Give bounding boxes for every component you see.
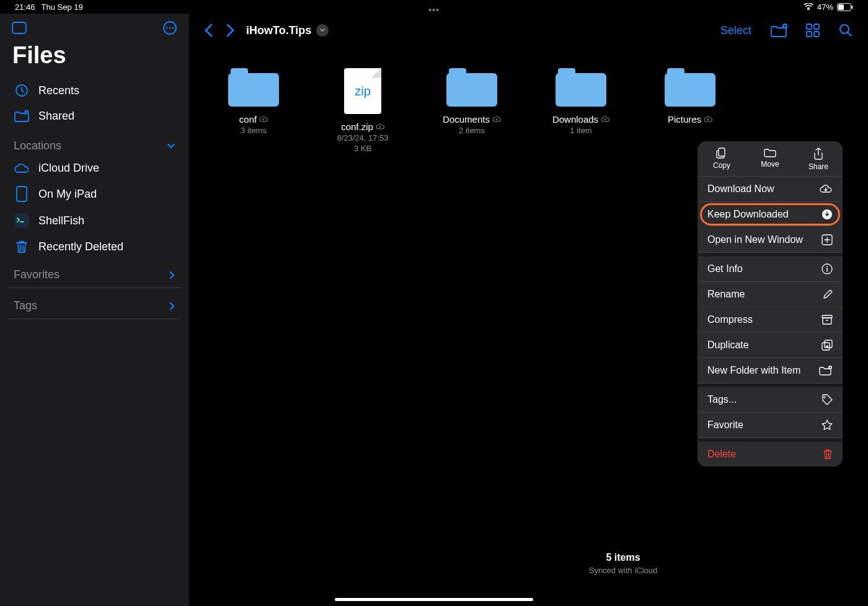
chevron-right-icon — [169, 271, 175, 279]
svg-rect-3 — [12, 22, 26, 33]
plus-square-icon — [822, 234, 833, 245]
svg-rect-25 — [823, 318, 831, 324]
chevron-down-icon — [167, 143, 175, 149]
sidebar-item-label: Recents — [38, 84, 79, 97]
menu-favorite[interactable]: Favorite — [698, 413, 843, 438]
app-title: Files — [7, 42, 182, 77]
cloud-download-icon — [259, 116, 268, 123]
select-button[interactable]: Select — [720, 24, 751, 37]
status-date: Thu Sep 19 — [42, 2, 83, 12]
footer-status: 5 items Synced with iCloud — [378, 552, 868, 575]
chevron-down-icon — [316, 24, 329, 37]
cloud-download-icon — [492, 116, 501, 123]
menu-tags[interactable]: Tags... — [698, 384, 843, 413]
cloud-download-icon — [376, 123, 384, 130]
sidebar-item-label: On My iPad — [38, 188, 97, 201]
info-icon — [822, 263, 833, 274]
menu-keep-downloaded[interactable]: Keep Downloaded — [700, 203, 840, 226]
folder-icon — [665, 68, 715, 107]
folder-item[interactable]: Documents 2 items — [435, 68, 509, 153]
ipad-icon — [14, 186, 30, 202]
tags-header[interactable]: Tags — [7, 291, 182, 319]
svg-rect-17 — [814, 32, 819, 37]
sidebar-item-label: Recently Deleted — [38, 240, 123, 253]
menu-move[interactable]: Move — [746, 141, 794, 176]
sidebar-item-shared[interactable]: Shared — [7, 103, 182, 128]
downloaded-circle-icon — [822, 209, 833, 220]
share-icon — [813, 147, 823, 160]
home-indicator[interactable] — [335, 598, 533, 601]
breadcrumb[interactable]: iHowTo.Tips — [246, 24, 329, 37]
cloud-download-icon — [601, 116, 609, 123]
menu-new-window[interactable]: Open in New Window — [698, 227, 843, 253]
trash-icon — [14, 239, 30, 254]
menu-share[interactable]: Share — [794, 141, 843, 176]
menu-new-folder[interactable]: New Folder with Item — [698, 358, 843, 384]
sidebar-toggle-icon[interactable] — [11, 21, 27, 35]
trash-icon — [823, 449, 833, 460]
status-time: 21:46 — [15, 2, 35, 12]
cloud-icon — [14, 163, 30, 174]
svg-point-29 — [824, 397, 826, 398]
zip-file-icon: zip — [344, 68, 381, 114]
chevron-right-icon — [169, 302, 175, 310]
new-folder-button[interactable] — [770, 23, 787, 38]
battery-icon — [837, 3, 853, 11]
folder-icon — [228, 68, 279, 107]
menu-get-info[interactable]: Get Info — [698, 253, 843, 282]
wifi-icon — [804, 3, 813, 11]
toolbar: iHowTo.Tips Select — [189, 14, 868, 47]
folder-icon — [764, 147, 776, 157]
sidebar: Files Recents Shared Locations iCloud Dr… — [0, 14, 189, 606]
svg-point-7 — [172, 27, 174, 29]
svg-rect-19 — [719, 148, 725, 156]
view-options-button[interactable] — [806, 24, 820, 37]
folder-icon — [556, 68, 606, 107]
search-button[interactable] — [838, 23, 853, 38]
shared-folder-icon — [14, 109, 30, 123]
back-button[interactable] — [204, 24, 214, 37]
svg-point-10 — [26, 111, 27, 112]
sidebar-item-icloud[interactable]: iCloud Drive — [7, 156, 182, 180]
svg-rect-16 — [807, 32, 812, 37]
battery-percent: 47% — [817, 2, 833, 12]
clock-icon — [14, 83, 30, 98]
duplicate-icon — [822, 340, 833, 351]
archive-icon — [822, 315, 833, 325]
sidebar-item-recentlydeleted[interactable]: Recently Deleted — [7, 234, 182, 260]
menu-duplicate[interactable]: Duplicate — [698, 333, 843, 358]
svg-rect-2 — [852, 6, 853, 9]
svg-rect-14 — [807, 24, 812, 29]
svg-point-6 — [169, 27, 171, 29]
star-icon — [822, 419, 833, 431]
sidebar-item-shellfish[interactable]: ShellFish — [7, 208, 182, 234]
cloud-download-icon — [819, 184, 833, 194]
locations-header[interactable]: Locations — [7, 128, 182, 156]
sidebar-item-label: iCloud Drive — [38, 162, 99, 175]
sidebar-item-recents[interactable]: Recents — [7, 77, 182, 103]
menu-delete[interactable]: Delete — [698, 438, 843, 467]
svg-rect-12 — [14, 213, 29, 228]
sidebar-item-label: ShellFish — [38, 214, 84, 227]
menu-rename[interactable]: Rename — [698, 282, 843, 307]
menu-compress[interactable]: Compress — [698, 307, 843, 333]
svg-rect-15 — [814, 24, 819, 29]
folder-item[interactable]: Pictures — [653, 68, 727, 153]
folder-item[interactable]: Downloads 1 item — [544, 68, 618, 153]
svg-point-23 — [826, 266, 828, 268]
more-options-icon[interactable] — [162, 21, 178, 35]
menu-copy[interactable]: Copy — [698, 141, 746, 176]
pencil-icon — [823, 289, 833, 299]
sidebar-item-label: Shared — [38, 110, 74, 123]
content-area: iHowTo.Tips Select c — [189, 14, 868, 606]
sidebar-item-onmyipad[interactable]: On My iPad — [7, 180, 182, 208]
cloud-download-icon — [704, 116, 712, 123]
copy-icon — [716, 147, 727, 159]
folder-plus-icon — [819, 366, 833, 375]
forward-button[interactable] — [225, 24, 235, 37]
favorites-header[interactable]: Favorites — [7, 260, 182, 288]
menu-download-now[interactable]: Download Now — [698, 177, 843, 202]
file-item[interactable]: zip conf.zip 8/23/24, 17:53 3 KB — [326, 68, 400, 153]
folder-icon — [446, 68, 497, 107]
folder-item[interactable]: conf 3 items — [216, 68, 291, 153]
